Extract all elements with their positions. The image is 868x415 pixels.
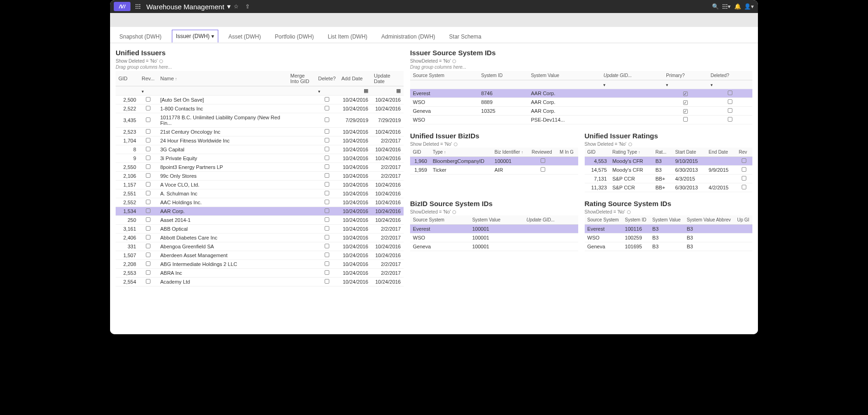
filter-toggle-icon[interactable]: [452, 59, 456, 63]
cell-merge[interactable]: [287, 251, 315, 260]
cell-merge[interactable]: [287, 181, 315, 189]
group-drop-zone[interactable]: Drag group columns here...: [410, 65, 752, 70]
cell-merge[interactable]: [287, 172, 315, 181]
table-row[interactable]: 2,406Abbott Diabetes Care Inc10/24/20162…: [116, 233, 404, 242]
col-primary[interactable]: Primary?: [663, 71, 708, 80]
cell-delete[interactable]: [315, 260, 339, 269]
col-rtype[interactable]: Rating Type: [610, 148, 653, 157]
col-up[interactable]: Up GI: [734, 215, 752, 225]
cell-rev[interactable]: [139, 260, 157, 269]
cell-merge[interactable]: [287, 260, 315, 269]
col-sysid[interactable]: System ID: [622, 215, 650, 225]
table-row[interactable]: Everest100116B3B3: [585, 225, 753, 233]
col-sysval[interactable]: System Value: [470, 215, 524, 225]
bell-icon[interactable]: 🔔: [732, 1, 743, 12]
cell-rev[interactable]: [139, 145, 157, 154]
cell-merge[interactable]: [287, 145, 315, 154]
cell-deleted[interactable]: [708, 98, 752, 107]
cell-delete[interactable]: [315, 128, 339, 136]
col-mg[interactable]: M In G: [557, 148, 578, 157]
cell-merge[interactable]: [287, 96, 315, 104]
cell-rev[interactable]: [139, 181, 157, 189]
table-row[interactable]: 1,534AAR Corp.10/24/201610/24/2016: [116, 207, 404, 216]
col-rev[interactable]: Rev: [736, 148, 752, 157]
cell-merge[interactable]: [287, 207, 315, 216]
cell-rev[interactable]: [139, 104, 157, 113]
cell-delete[interactable]: [315, 233, 339, 242]
cell-merge[interactable]: [287, 113, 315, 128]
cell-update[interactable]: [600, 116, 663, 124]
cell-deleted[interactable]: [708, 89, 752, 98]
cell-merge[interactable]: [287, 242, 315, 251]
cell-rev[interactable]: [139, 278, 157, 286]
cell-rev[interactable]: [736, 166, 752, 175]
cell-update[interactable]: [523, 233, 578, 242]
filter-toggle-icon[interactable]: [452, 210, 456, 214]
table-row[interactable]: 2,554Academy Ltd10/24/201610/24/2016: [116, 278, 404, 286]
cell-rev[interactable]: [139, 242, 157, 251]
cell-rev[interactable]: [139, 136, 157, 145]
tab-asset-dwh-[interactable]: Asset (DWH): [225, 31, 265, 43]
table-row[interactable]: WSO100259B3B3: [585, 233, 753, 242]
cell-delete[interactable]: [315, 225, 339, 233]
col-rat[interactable]: Rat...: [653, 148, 672, 157]
tab-star-schema[interactable]: Star Schema: [445, 31, 485, 43]
col-abbrev[interactable]: System Value Abbrev: [684, 215, 735, 225]
col-deleted[interactable]: Deleted?: [708, 71, 752, 80]
table-row[interactable]: 2,10699c Only Stores10/24/20162/2/2017: [116, 172, 404, 181]
table-row[interactable]: 250Aaset 2014-110/24/201610/24/2016: [116, 216, 404, 225]
group-drop-zone[interactable]: Drag group columns here...: [116, 65, 404, 70]
col-end[interactable]: End Date: [706, 148, 736, 157]
cell-delete[interactable]: [315, 207, 339, 216]
table-row[interactable]: WSOPSE-Dev114...: [410, 116, 752, 124]
cell-merge[interactable]: [287, 198, 315, 207]
cell-delete[interactable]: [315, 251, 339, 260]
cell-primary[interactable]: [663, 116, 708, 124]
filter-toggle-icon[interactable]: [627, 210, 631, 214]
filter-toggle-icon[interactable]: [628, 143, 632, 146]
table-row[interactable]: Geneva10325AAR Corp.: [410, 107, 752, 116]
table-row[interactable]: 1,507Aberdeen Asset Management10/24/2016…: [116, 251, 404, 260]
cell-rev[interactable]: [139, 216, 157, 225]
app-title-wrap[interactable]: Warehouse Management ▾: [146, 2, 231, 11]
table-row[interactable]: Everest8746AAR Corp.: [410, 89, 752, 98]
cell-up[interactable]: [734, 242, 752, 251]
table-row[interactable]: 1,157A Voce CLO, Ltd.10/24/201610/24/201…: [116, 181, 404, 189]
cell-rev[interactable]: [139, 251, 157, 260]
cell-reviewed[interactable]: [529, 157, 557, 166]
favorite-star-icon[interactable]: ☆: [231, 1, 242, 12]
col-add[interactable]: Add Date: [339, 71, 371, 86]
table-row[interactable]: 2,500[Auto Set On Save]10/24/201610/24/2…: [116, 96, 404, 104]
table-row[interactable]: 2,5221-800 Contacts Inc10/24/201610/24/2…: [116, 104, 404, 113]
cell-up[interactable]: [734, 225, 752, 233]
cell-update[interactable]: [600, 98, 663, 107]
cell-merge[interactable]: [287, 225, 315, 233]
cell-rev[interactable]: [139, 198, 157, 207]
col-source[interactable]: Source System: [410, 71, 478, 80]
cell-merge[interactable]: [287, 154, 315, 163]
table-row[interactable]: 3,161ABB Optical10/24/20162/2/2017: [116, 225, 404, 233]
cell-merge[interactable]: [287, 136, 315, 145]
cell-rev[interactable]: [736, 157, 752, 166]
cell-delete[interactable]: [315, 163, 339, 172]
col-update[interactable]: Update Date: [371, 71, 404, 86]
cell-update[interactable]: [523, 225, 578, 233]
table-row[interactable]: 7,131S&P CCRBB+4/3/2015: [585, 175, 753, 183]
cell-rev[interactable]: [139, 225, 157, 233]
apps-grid-icon[interactable]: [132, 1, 144, 12]
cell-delete[interactable]: [315, 136, 339, 145]
table-row[interactable]: 2,52321st Century Oncology Inc10/24/2016…: [116, 128, 404, 136]
tab-administration-dwh-[interactable]: Administration (DWH): [378, 31, 439, 43]
col-sysval[interactable]: System Value: [528, 71, 600, 80]
cell-rev[interactable]: [736, 183, 752, 192]
cell-primary[interactable]: [663, 89, 708, 98]
cell-rev[interactable]: [139, 172, 157, 181]
cell-rev[interactable]: [139, 113, 157, 128]
col-gid[interactable]: GID: [116, 71, 139, 86]
cell-delete[interactable]: [315, 242, 339, 251]
table-row[interactable]: 93i Private Equity10/24/201610/24/2016: [116, 154, 404, 163]
cell-merge[interactable]: [287, 104, 315, 113]
col-merge[interactable]: Merge Into GID: [287, 71, 315, 86]
cell-merge[interactable]: [287, 233, 315, 242]
cell-merge[interactable]: [287, 128, 315, 136]
